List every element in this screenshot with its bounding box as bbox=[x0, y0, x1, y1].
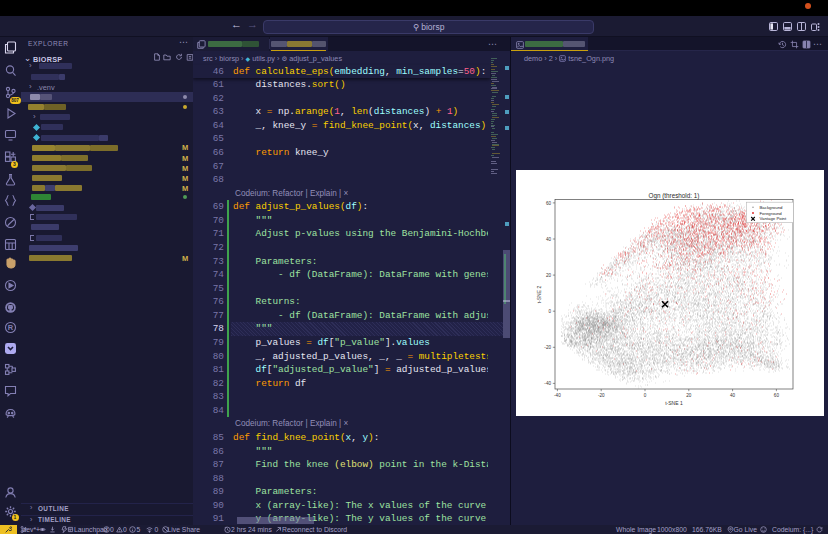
svg-text:t-SNE 2: t-SNE 2 bbox=[535, 285, 541, 303]
svg-text:Ogn (threshold: 1): Ogn (threshold: 1) bbox=[648, 191, 699, 199]
svg-text:t-SNE 1: t-SNE 1 bbox=[665, 400, 683, 406]
svg-text:40: 40 bbox=[545, 236, 551, 241]
svg-text:R: R bbox=[8, 323, 14, 332]
svg-text:Background: Background bbox=[759, 204, 783, 209]
svg-text:-20: -20 bbox=[597, 392, 604, 397]
svg-text:-20: -20 bbox=[544, 344, 551, 349]
svg-text:0: 0 bbox=[548, 308, 551, 313]
svg-text:Vantage Point: Vantage Point bbox=[759, 216, 786, 221]
svg-text:-40: -40 bbox=[544, 381, 551, 386]
svg-text:20: 20 bbox=[545, 272, 551, 277]
svg-text:60: 60 bbox=[545, 200, 551, 205]
svg-text:60: 60 bbox=[773, 392, 779, 397]
svg-text:-40: -40 bbox=[554, 392, 561, 397]
svg-text:20: 20 bbox=[686, 392, 692, 397]
svg-text:0: 0 bbox=[643, 392, 646, 397]
svg-text:40: 40 bbox=[730, 392, 736, 397]
svg-text:Foreground: Foreground bbox=[759, 210, 782, 215]
